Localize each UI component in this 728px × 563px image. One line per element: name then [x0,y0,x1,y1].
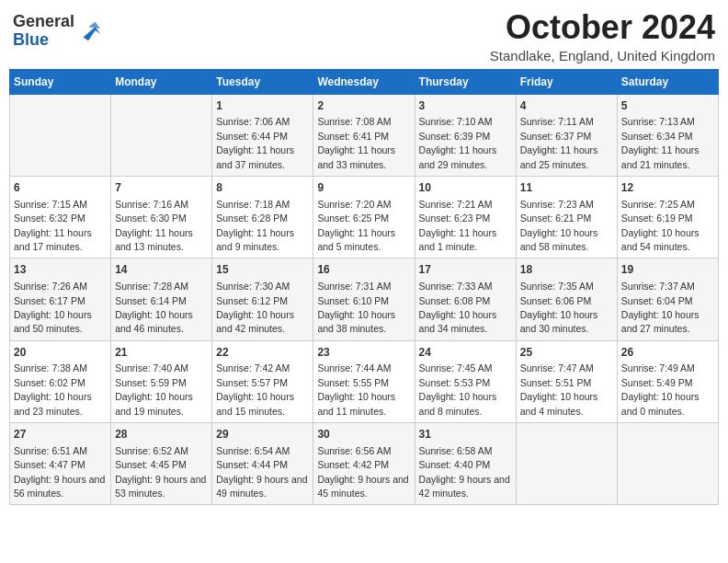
calendar-cell: 30Sunrise: 6:56 AM Sunset: 4:42 PM Dayli… [313,423,415,505]
calendar-cell: 17Sunrise: 7:33 AM Sunset: 6:08 PM Dayli… [415,259,516,340]
logo-blue: Blue [13,30,49,49]
day-info: Sunrise: 7:30 AM Sunset: 6:12 PM Dayligh… [216,281,294,334]
day-info: Sunrise: 7:44 AM Sunset: 5:55 PM Dayligh… [317,362,395,416]
day-number: 9 [317,180,410,196]
day-number: 13 [14,262,107,278]
calendar-cell: 21Sunrise: 7:40 AM Sunset: 5:59 PM Dayli… [111,340,212,422]
day-info: Sunrise: 7:15 AM Sunset: 6:32 PM Dayligh… [14,199,92,252]
day-number: 24 [419,345,512,361]
day-info: Sunrise: 7:28 AM Sunset: 6:14 PM Dayligh… [115,281,193,334]
day-info: Sunrise: 7:42 AM Sunset: 5:57 PM Dayligh… [216,362,294,416]
calendar-cell: 8Sunrise: 7:18 AM Sunset: 6:28 PM Daylig… [212,176,313,258]
day-number: 14 [115,262,208,278]
calendar-cell: 28Sunrise: 6:52 AM Sunset: 4:45 PM Dayli… [111,423,212,505]
day-number: 22 [216,345,309,361]
calendar-cell: 13Sunrise: 7:26 AM Sunset: 6:17 PM Dayli… [10,259,111,340]
day-number: 21 [115,345,208,361]
day-number: 2 [317,98,410,114]
calendar-cell [10,94,111,176]
calendar-cell: 19Sunrise: 7:37 AM Sunset: 6:04 PM Dayli… [617,259,718,340]
day-number: 30 [317,427,410,442]
day-of-week-header: Tuesday [212,69,313,94]
day-info: Sunrise: 7:08 AM Sunset: 6:41 PM Dayligh… [317,116,395,169]
day-info: Sunrise: 7:31 AM Sunset: 6:10 PM Dayligh… [317,281,395,334]
day-info: Sunrise: 6:58 AM Sunset: 4:40 PM Dayligh… [419,445,510,499]
day-info: Sunrise: 7:20 AM Sunset: 6:25 PM Dayligh… [317,199,395,252]
calendar-cell: 3Sunrise: 7:10 AM Sunset: 6:39 PM Daylig… [415,94,516,176]
day-info: Sunrise: 6:52 AM Sunset: 4:45 PM Dayligh… [115,445,206,499]
day-number: 31 [419,427,512,442]
day-number: 6 [14,180,107,196]
calendar-cell: 11Sunrise: 7:23 AM Sunset: 6:21 PM Dayli… [516,176,617,258]
day-info: Sunrise: 7:06 AM Sunset: 6:44 PM Dayligh… [216,116,294,169]
day-info: Sunrise: 7:45 AM Sunset: 5:53 PM Dayligh… [419,362,497,416]
day-info: Sunrise: 7:40 AM Sunset: 5:59 PM Dayligh… [115,362,193,416]
day-of-week-header: Saturday [617,69,718,94]
page-header: General Blue October 2024 Standlake, Eng… [9,9,719,63]
svg-marker-1 [88,22,100,29]
day-info: Sunrise: 7:16 AM Sunset: 6:30 PM Dayligh… [115,199,193,252]
day-number: 19 [621,262,714,278]
calendar-cell: 4Sunrise: 7:11 AM Sunset: 6:37 PM Daylig… [516,94,617,176]
calendar-cell: 14Sunrise: 7:28 AM Sunset: 6:14 PM Dayli… [111,259,212,340]
day-number: 20 [14,345,107,361]
calendar-week-row: 27Sunrise: 6:51 AM Sunset: 4:47 PM Dayli… [10,423,719,505]
day-number: 3 [419,98,512,114]
calendar-cell: 29Sunrise: 6:54 AM Sunset: 4:44 PM Dayli… [212,423,313,505]
day-number: 1 [216,98,309,114]
calendar-header-row: SundayMondayTuesdayWednesdayThursdayFrid… [10,69,719,94]
day-info: Sunrise: 7:47 AM Sunset: 5:51 PM Dayligh… [520,362,598,416]
day-of-week-header: Friday [516,69,617,94]
calendar-cell [617,423,718,505]
day-info: Sunrise: 7:21 AM Sunset: 6:23 PM Dayligh… [419,199,497,252]
calendar-cell: 20Sunrise: 7:38 AM Sunset: 6:02 PM Dayli… [10,340,111,422]
calendar-cell: 10Sunrise: 7:21 AM Sunset: 6:23 PM Dayli… [415,176,516,258]
calendar-cell: 9Sunrise: 7:20 AM Sunset: 6:25 PM Daylig… [313,176,415,258]
day-of-week-header: Sunday [10,69,111,94]
day-info: Sunrise: 7:25 AM Sunset: 6:19 PM Dayligh… [621,199,700,252]
day-number: 11 [520,180,613,196]
calendar-cell: 2Sunrise: 7:08 AM Sunset: 6:41 PM Daylig… [313,94,415,176]
day-info: Sunrise: 7:49 AM Sunset: 5:49 PM Dayligh… [621,362,700,416]
day-number: 27 [14,427,107,442]
day-number: 18 [520,262,613,278]
calendar-cell: 15Sunrise: 7:30 AM Sunset: 6:12 PM Dayli… [212,259,313,340]
logo-general: General [13,12,74,30]
logo: General Blue [13,13,102,50]
day-number: 28 [115,427,208,442]
day-info: Sunrise: 7:35 AM Sunset: 6:06 PM Dayligh… [520,281,598,334]
day-info: Sunrise: 7:11 AM Sunset: 6:37 PM Dayligh… [520,116,598,169]
calendar-cell: 25Sunrise: 7:47 AM Sunset: 5:51 PM Dayli… [516,340,617,422]
logo-icon [76,18,102,44]
day-number: 8 [216,180,309,196]
day-info: Sunrise: 7:18 AM Sunset: 6:28 PM Dayligh… [216,199,294,252]
day-info: Sunrise: 7:13 AM Sunset: 6:34 PM Dayligh… [621,116,700,169]
calendar-cell: 27Sunrise: 6:51 AM Sunset: 4:47 PM Dayli… [10,423,111,505]
calendar-cell: 26Sunrise: 7:49 AM Sunset: 5:49 PM Dayli… [617,340,718,422]
day-info: Sunrise: 7:23 AM Sunset: 6:21 PM Dayligh… [520,199,598,252]
calendar-cell: 18Sunrise: 7:35 AM Sunset: 6:06 PM Dayli… [516,259,617,340]
calendar-cell [111,94,212,176]
day-of-week-header: Monday [111,69,212,94]
day-of-week-header: Thursday [415,69,516,94]
calendar-cell: 31Sunrise: 6:58 AM Sunset: 4:40 PM Dayli… [415,423,516,505]
calendar-cell: 12Sunrise: 7:25 AM Sunset: 6:19 PM Dayli… [617,176,718,258]
day-number: 25 [520,345,613,361]
calendar-week-row: 1Sunrise: 7:06 AM Sunset: 6:44 PM Daylig… [10,94,719,176]
day-number: 16 [317,262,410,278]
day-info: Sunrise: 7:38 AM Sunset: 6:02 PM Dayligh… [14,362,92,416]
day-number: 15 [216,262,309,278]
day-number: 23 [317,345,410,361]
day-number: 29 [216,427,309,442]
calendar-week-row: 6Sunrise: 7:15 AM Sunset: 6:32 PM Daylig… [10,176,719,258]
day-number: 26 [621,345,714,361]
calendar-cell: 1Sunrise: 7:06 AM Sunset: 6:44 PM Daylig… [212,94,313,176]
calendar-week-row: 20Sunrise: 7:38 AM Sunset: 6:02 PM Dayli… [10,340,719,422]
month-title: October 2024 [490,9,715,46]
calendar-cell: 7Sunrise: 7:16 AM Sunset: 6:30 PM Daylig… [111,176,212,258]
location: Standlake, England, United Kingdom [490,48,715,63]
day-info: Sunrise: 7:26 AM Sunset: 6:17 PM Dayligh… [14,281,92,334]
day-number: 5 [621,98,714,114]
day-number: 7 [115,180,208,196]
day-number: 12 [621,180,714,196]
